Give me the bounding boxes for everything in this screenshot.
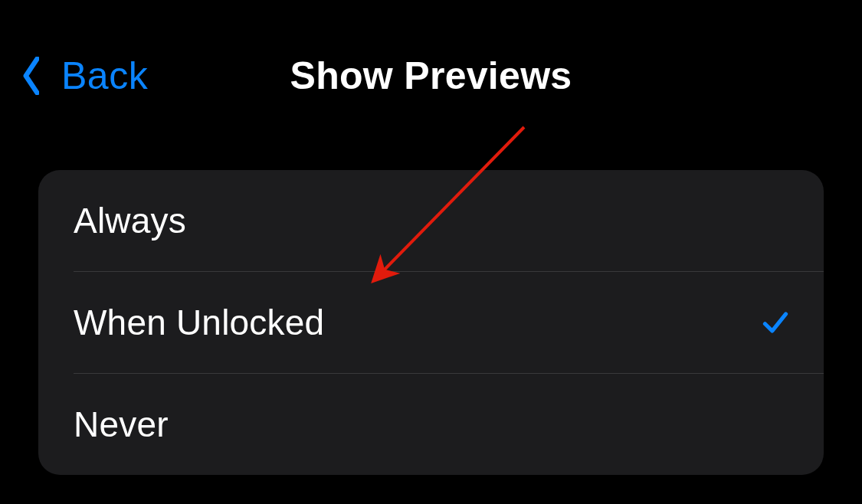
option-label: Always bbox=[74, 200, 186, 241]
option-when-unlocked[interactable]: When Unlocked bbox=[38, 272, 824, 373]
checkmark-icon bbox=[762, 309, 788, 335]
navigation-bar: Back Show Previews bbox=[0, 0, 862, 123]
option-never[interactable]: Never bbox=[38, 374, 824, 475]
option-always[interactable]: Always bbox=[38, 170, 824, 271]
options-list: Always When Unlocked Never bbox=[38, 170, 824, 475]
option-label: When Unlocked bbox=[74, 302, 324, 343]
option-label: Never bbox=[74, 404, 169, 445]
page-title: Show Previews bbox=[0, 54, 862, 98]
